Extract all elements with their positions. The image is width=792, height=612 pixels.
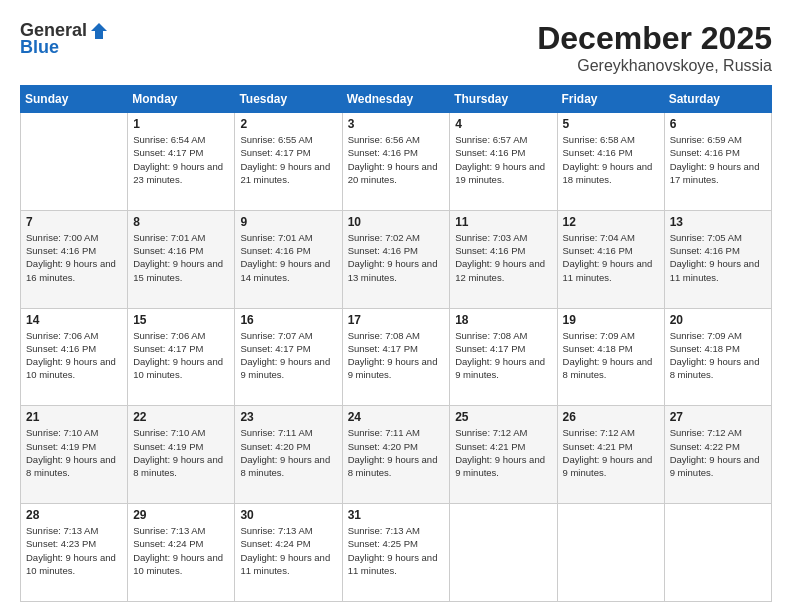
title-section: December 2025 Gereykhanovskoye, Russia: [537, 20, 772, 75]
month-title: December 2025: [537, 20, 772, 57]
calendar-cell: 3 Sunrise: 6:56 AMSunset: 4:16 PMDayligh…: [342, 113, 450, 211]
day-number: 27: [670, 410, 766, 424]
calendar-cell: 11 Sunrise: 7:03 AMSunset: 4:16 PMDaylig…: [450, 210, 557, 308]
calendar-cell: 4 Sunrise: 6:57 AMSunset: 4:16 PMDayligh…: [450, 113, 557, 211]
location-title: Gereykhanovskoye, Russia: [537, 57, 772, 75]
day-number: 7: [26, 215, 122, 229]
day-number: 3: [348, 117, 445, 131]
day-number: 1: [133, 117, 229, 131]
calendar-cell: [21, 113, 128, 211]
day-info: Sunrise: 7:12 AMSunset: 4:21 PMDaylight:…: [455, 426, 551, 479]
day-info: Sunrise: 7:11 AMSunset: 4:20 PMDaylight:…: [240, 426, 336, 479]
calendar-table: SundayMondayTuesdayWednesdayThursdayFrid…: [20, 85, 772, 602]
svg-marker-0: [91, 23, 107, 39]
day-info: Sunrise: 7:01 AMSunset: 4:16 PMDaylight:…: [133, 231, 229, 284]
calendar-week-1: 1 Sunrise: 6:54 AMSunset: 4:17 PMDayligh…: [21, 113, 772, 211]
day-number: 9: [240, 215, 336, 229]
calendar-cell: 23 Sunrise: 7:11 AMSunset: 4:20 PMDaylig…: [235, 406, 342, 504]
calendar-cell: [450, 504, 557, 602]
calendar-cell: 22 Sunrise: 7:10 AMSunset: 4:19 PMDaylig…: [128, 406, 235, 504]
calendar-cell: 2 Sunrise: 6:55 AMSunset: 4:17 PMDayligh…: [235, 113, 342, 211]
calendar-cell: 1 Sunrise: 6:54 AMSunset: 4:17 PMDayligh…: [128, 113, 235, 211]
day-info: Sunrise: 7:11 AMSunset: 4:20 PMDaylight:…: [348, 426, 445, 479]
calendar-week-5: 28 Sunrise: 7:13 AMSunset: 4:23 PMDaylig…: [21, 504, 772, 602]
calendar-cell: 18 Sunrise: 7:08 AMSunset: 4:17 PMDaylig…: [450, 308, 557, 406]
page: General Blue December 2025 Gereykhanovsk…: [0, 0, 792, 612]
calendar-cell: [664, 504, 771, 602]
weekday-header-tuesday: Tuesday: [235, 86, 342, 113]
day-info: Sunrise: 7:13 AMSunset: 4:24 PMDaylight:…: [240, 524, 336, 577]
calendar-cell: 17 Sunrise: 7:08 AMSunset: 4:17 PMDaylig…: [342, 308, 450, 406]
weekday-header-saturday: Saturday: [664, 86, 771, 113]
logo: General Blue: [20, 20, 111, 58]
day-number: 17: [348, 313, 445, 327]
calendar-week-2: 7 Sunrise: 7:00 AMSunset: 4:16 PMDayligh…: [21, 210, 772, 308]
day-number: 15: [133, 313, 229, 327]
day-number: 23: [240, 410, 336, 424]
calendar-cell: 8 Sunrise: 7:01 AMSunset: 4:16 PMDayligh…: [128, 210, 235, 308]
day-number: 22: [133, 410, 229, 424]
day-info: Sunrise: 7:00 AMSunset: 4:16 PMDaylight:…: [26, 231, 122, 284]
day-info: Sunrise: 6:58 AMSunset: 4:16 PMDaylight:…: [563, 133, 659, 186]
day-info: Sunrise: 7:09 AMSunset: 4:18 PMDaylight:…: [563, 329, 659, 382]
calendar-cell: 30 Sunrise: 7:13 AMSunset: 4:24 PMDaylig…: [235, 504, 342, 602]
day-info: Sunrise: 7:13 AMSunset: 4:23 PMDaylight:…: [26, 524, 122, 577]
day-number: 19: [563, 313, 659, 327]
day-number: 30: [240, 508, 336, 522]
day-info: Sunrise: 7:12 AMSunset: 4:22 PMDaylight:…: [670, 426, 766, 479]
calendar-cell: 13 Sunrise: 7:05 AMSunset: 4:16 PMDaylig…: [664, 210, 771, 308]
day-info: Sunrise: 7:06 AMSunset: 4:16 PMDaylight:…: [26, 329, 122, 382]
day-number: 6: [670, 117, 766, 131]
day-info: Sunrise: 6:59 AMSunset: 4:16 PMDaylight:…: [670, 133, 766, 186]
day-number: 12: [563, 215, 659, 229]
weekday-header-wednesday: Wednesday: [342, 86, 450, 113]
calendar-cell: 7 Sunrise: 7:00 AMSunset: 4:16 PMDayligh…: [21, 210, 128, 308]
day-info: Sunrise: 7:12 AMSunset: 4:21 PMDaylight:…: [563, 426, 659, 479]
calendar-cell: 24 Sunrise: 7:11 AMSunset: 4:20 PMDaylig…: [342, 406, 450, 504]
day-info: Sunrise: 6:57 AMSunset: 4:16 PMDaylight:…: [455, 133, 551, 186]
calendar-cell: 28 Sunrise: 7:13 AMSunset: 4:23 PMDaylig…: [21, 504, 128, 602]
day-number: 2: [240, 117, 336, 131]
day-number: 18: [455, 313, 551, 327]
header: General Blue December 2025 Gereykhanovsk…: [20, 20, 772, 75]
day-number: 13: [670, 215, 766, 229]
calendar-cell: 29 Sunrise: 7:13 AMSunset: 4:24 PMDaylig…: [128, 504, 235, 602]
weekday-header-monday: Monday: [128, 86, 235, 113]
day-info: Sunrise: 7:03 AMSunset: 4:16 PMDaylight:…: [455, 231, 551, 284]
day-number: 10: [348, 215, 445, 229]
calendar-cell: 27 Sunrise: 7:12 AMSunset: 4:22 PMDaylig…: [664, 406, 771, 504]
day-info: Sunrise: 6:54 AMSunset: 4:17 PMDaylight:…: [133, 133, 229, 186]
calendar-week-3: 14 Sunrise: 7:06 AMSunset: 4:16 PMDaylig…: [21, 308, 772, 406]
day-number: 16: [240, 313, 336, 327]
day-number: 20: [670, 313, 766, 327]
day-info: Sunrise: 6:56 AMSunset: 4:16 PMDaylight:…: [348, 133, 445, 186]
day-info: Sunrise: 7:10 AMSunset: 4:19 PMDaylight:…: [133, 426, 229, 479]
day-number: 24: [348, 410, 445, 424]
day-info: Sunrise: 7:04 AMSunset: 4:16 PMDaylight:…: [563, 231, 659, 284]
day-number: 21: [26, 410, 122, 424]
calendar-cell: [557, 504, 664, 602]
day-info: Sunrise: 7:13 AMSunset: 4:25 PMDaylight:…: [348, 524, 445, 577]
day-info: Sunrise: 7:05 AMSunset: 4:16 PMDaylight:…: [670, 231, 766, 284]
day-number: 14: [26, 313, 122, 327]
calendar-cell: 5 Sunrise: 6:58 AMSunset: 4:16 PMDayligh…: [557, 113, 664, 211]
calendar-cell: 15 Sunrise: 7:06 AMSunset: 4:17 PMDaylig…: [128, 308, 235, 406]
logo-blue-text: Blue: [20, 37, 59, 58]
logo-icon: [89, 21, 109, 41]
day-info: Sunrise: 6:55 AMSunset: 4:17 PMDaylight:…: [240, 133, 336, 186]
day-info: Sunrise: 7:06 AMSunset: 4:17 PMDaylight:…: [133, 329, 229, 382]
day-info: Sunrise: 7:08 AMSunset: 4:17 PMDaylight:…: [455, 329, 551, 382]
day-number: 31: [348, 508, 445, 522]
day-number: 29: [133, 508, 229, 522]
calendar-cell: 16 Sunrise: 7:07 AMSunset: 4:17 PMDaylig…: [235, 308, 342, 406]
calendar-cell: 31 Sunrise: 7:13 AMSunset: 4:25 PMDaylig…: [342, 504, 450, 602]
weekday-header-thursday: Thursday: [450, 86, 557, 113]
day-info: Sunrise: 7:09 AMSunset: 4:18 PMDaylight:…: [670, 329, 766, 382]
calendar-cell: 25 Sunrise: 7:12 AMSunset: 4:21 PMDaylig…: [450, 406, 557, 504]
weekday-header-friday: Friday: [557, 86, 664, 113]
calendar-week-4: 21 Sunrise: 7:10 AMSunset: 4:19 PMDaylig…: [21, 406, 772, 504]
calendar-cell: 21 Sunrise: 7:10 AMSunset: 4:19 PMDaylig…: [21, 406, 128, 504]
weekday-header-sunday: Sunday: [21, 86, 128, 113]
day-info: Sunrise: 7:07 AMSunset: 4:17 PMDaylight:…: [240, 329, 336, 382]
calendar-cell: 20 Sunrise: 7:09 AMSunset: 4:18 PMDaylig…: [664, 308, 771, 406]
